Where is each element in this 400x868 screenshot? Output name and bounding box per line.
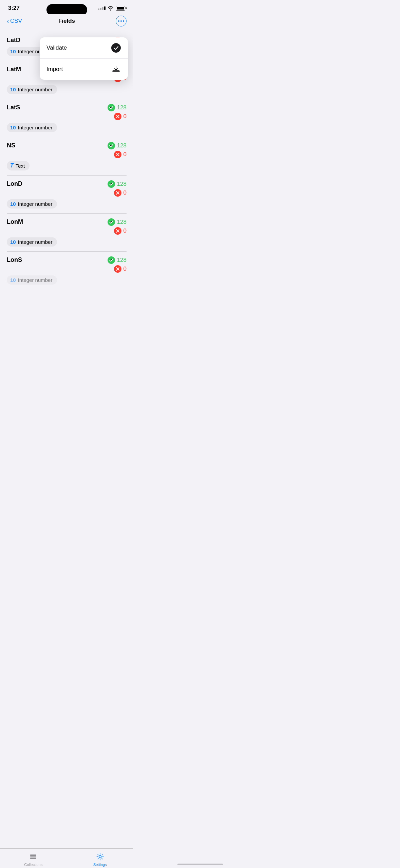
validate-label: Validate	[46, 44, 67, 51]
import-icon	[111, 64, 121, 74]
dropdown-menu: Validate Import	[40, 37, 128, 80]
validate-menu-item[interactable]: Validate	[40, 37, 128, 59]
validate-icon	[111, 43, 121, 53]
import-label: Import	[46, 66, 63, 73]
check-circle	[111, 43, 121, 53]
svg-rect-0	[113, 71, 119, 72]
import-menu-item[interactable]: Import	[40, 59, 128, 80]
